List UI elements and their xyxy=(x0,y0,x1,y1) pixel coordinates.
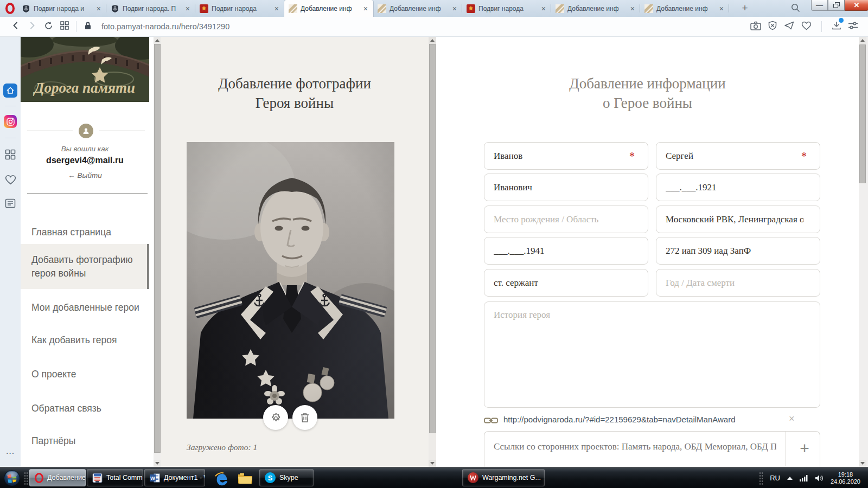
taskbar-explorer-icon[interactable] xyxy=(234,470,256,486)
settings-sliders-icon[interactable] xyxy=(848,21,858,32)
tab-podvig-naroda-3[interactable]: Подвиг народа × xyxy=(195,0,284,17)
divider xyxy=(786,432,786,466)
patronymic-field[interactable] xyxy=(484,174,648,201)
instagram-icon[interactable] xyxy=(0,115,21,128)
restore-button[interactable] xyxy=(828,0,845,11)
sidebar-more-icon[interactable]: ⋯ xyxy=(0,448,21,458)
tab-podvig-naroda-2[interactable]: Подвиг народа. П × xyxy=(106,0,195,17)
sidebar-item-my-heroes[interactable]: Мои добавленные герои xyxy=(21,291,149,324)
tab-close-icon[interactable]: × xyxy=(95,5,102,12)
award-link-text[interactable]: http://podvignaroda.ru/?#id=22159629&tab… xyxy=(503,415,786,424)
clock-date: 24.06.2020 xyxy=(831,478,860,485)
url-text[interactable]: foto.pamyat-naroda.ru/hero/3491290 xyxy=(101,22,750,31)
sidebar-item-partners[interactable]: Партнёры xyxy=(21,424,149,458)
speed-dial-icon[interactable] xyxy=(0,149,21,160)
add-link-button[interactable]: + xyxy=(791,435,818,463)
tab-dobavlenie-4[interactable]: Добавление инф × xyxy=(640,0,729,17)
birth-place-field[interactable] xyxy=(484,206,648,233)
downloads-icon[interactable] xyxy=(832,21,841,33)
taskbar-wargaming-button[interactable]: Wargaming.net G... xyxy=(462,469,545,486)
tab-close-icon[interactable]: × xyxy=(629,5,636,12)
tab-close-icon[interactable]: × xyxy=(273,5,280,12)
reload-icon[interactable] xyxy=(40,21,56,33)
window-controls: — ✕ xyxy=(811,0,868,11)
taskbar-word-button[interactable]: W Документ1 - Wor... xyxy=(144,469,205,486)
tab-close-icon[interactable]: × xyxy=(451,5,458,12)
sidebar-home-button[interactable] xyxy=(0,84,21,98)
total-commander-icon xyxy=(92,473,103,483)
send-flow-icon[interactable] xyxy=(784,21,795,33)
hero-photo[interactable] xyxy=(187,142,394,419)
sidebar-item-how-to-add[interactable]: Как добавить героя xyxy=(21,323,149,357)
hidden-icons-arrow[interactable] xyxy=(787,477,793,480)
rank-field[interactable] xyxy=(484,269,648,297)
photo-panel-title-line2: Героя войны xyxy=(161,93,429,113)
first-name-field[interactable] xyxy=(656,142,820,170)
taskbar-opera-button[interactable]: Добавление инф... xyxy=(29,469,86,486)
tab-dobavlenie-3[interactable]: Добавление инф × xyxy=(551,0,640,17)
taskbar-clock[interactable]: 19:18 24.06.2020 xyxy=(831,471,860,485)
wargaming-icon xyxy=(468,472,478,483)
photo-delete-button[interactable] xyxy=(292,405,317,430)
search-icon[interactable] xyxy=(791,3,800,15)
tab-close-icon[interactable]: × xyxy=(718,5,725,12)
recruitment-place-field[interactable] xyxy=(656,206,820,233)
user-avatar xyxy=(79,124,93,138)
logout-link[interactable]: ← Выйти xyxy=(21,171,149,179)
bookmarks-heart-icon[interactable] xyxy=(0,175,21,185)
tab-podvig-naroda-4[interactable]: Подвиг народа × xyxy=(462,0,551,17)
tab-close-icon[interactable]: × xyxy=(540,5,547,12)
taskbar-total-commander-button[interactable]: Total Commande... xyxy=(87,469,143,486)
divider xyxy=(5,138,16,138)
start-button[interactable] xyxy=(1,470,23,486)
tab-label: Подвиг народа. П xyxy=(123,5,181,12)
opera-icon xyxy=(35,473,43,483)
recruitment-date-field[interactable] xyxy=(484,237,648,265)
taskbar-skype-button[interactable]: S Skype xyxy=(259,469,314,486)
snapshot-camera-icon[interactable] xyxy=(750,21,761,33)
sidebar-item-feedback[interactable]: Обратная связь xyxy=(21,391,149,425)
birth-date-field[interactable] xyxy=(656,174,820,201)
tab-dobavlenie-active[interactable]: Добавление инф × xyxy=(284,0,373,17)
signed-in-label: Вы вошли как xyxy=(21,145,149,153)
tab-close-icon[interactable]: × xyxy=(184,5,191,12)
external-links-field[interactable] xyxy=(484,431,820,469)
bookmark-heart-icon[interactable] xyxy=(801,21,812,33)
close-button[interactable]: ✕ xyxy=(845,0,868,11)
forward-icon[interactable] xyxy=(24,21,40,32)
network-signal-icon[interactable] xyxy=(800,474,808,481)
new-tab-button[interactable]: + xyxy=(738,2,752,15)
tab-close-icon[interactable]: × xyxy=(362,5,369,12)
photo-settings-button[interactable] xyxy=(263,405,288,430)
volume-icon[interactable] xyxy=(815,474,824,482)
required-asterisk: * xyxy=(801,150,807,163)
adblock-shield-icon[interactable] xyxy=(768,21,777,33)
military-unit-field[interactable] xyxy=(656,237,820,265)
internet-explorer-icon xyxy=(214,471,229,486)
minimize-button[interactable]: — xyxy=(811,0,828,11)
folder-icon xyxy=(238,472,253,484)
page-scrollbar[interactable] xyxy=(859,37,866,467)
sidebar-item-add-photo[interactable]: Добавить фотографию героя войны xyxy=(21,244,149,289)
back-icon[interactable] xyxy=(8,21,24,32)
tab-dobavlenie-2[interactable]: Добавление инф × xyxy=(373,0,462,17)
https-lock-icon[interactable] xyxy=(80,21,96,32)
language-indicator[interactable]: RU xyxy=(770,474,780,482)
remove-link-icon[interactable]: × xyxy=(789,413,795,425)
hero-story-field[interactable] xyxy=(484,301,820,408)
tab-podvig-naroda-1[interactable]: Подвиг народа и × xyxy=(17,0,106,17)
doroga-pamyati-banner[interactable]: Дорога памяти xyxy=(21,37,149,102)
speed-dial-grid-icon[interactable] xyxy=(56,21,73,32)
personal-news-icon[interactable] xyxy=(0,198,21,208)
shield-dark-favicon xyxy=(111,4,119,13)
tab-label: Подвиг народа и xyxy=(34,5,92,12)
gear-icon xyxy=(270,412,282,423)
banner-title: Дорога памяти xyxy=(33,80,135,96)
death-date-field[interactable] xyxy=(656,269,820,297)
sidebar-item-about[interactable]: О проекте xyxy=(21,357,149,391)
sidebar-scrollbar[interactable] xyxy=(154,37,161,467)
photo-panel-scrollbar[interactable] xyxy=(429,37,436,467)
road-tan-favicon xyxy=(556,4,564,13)
surname-field[interactable] xyxy=(484,142,648,170)
taskbar-ie-icon[interactable] xyxy=(210,470,232,486)
